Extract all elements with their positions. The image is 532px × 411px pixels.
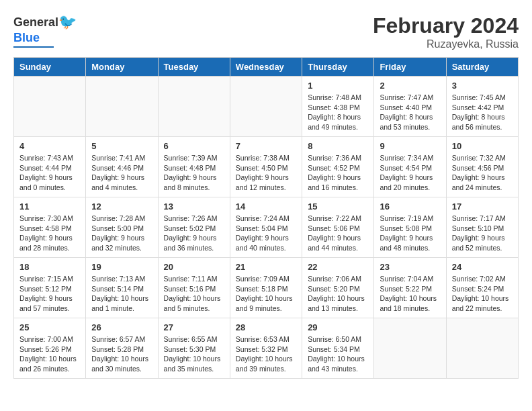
calendar-cell: 1Sunrise: 7:48 AM Sunset: 4:38 PM Daylig… xyxy=(302,77,374,137)
day-number: 22 xyxy=(308,262,368,272)
calendar-cell: 27Sunrise: 6:55 AM Sunset: 5:30 PM Dayli… xyxy=(158,318,230,379)
day-number: 21 xyxy=(236,262,296,272)
day-info: Sunrise: 7:09 AM Sunset: 5:18 PM Dayligh… xyxy=(236,274,296,314)
calendar-cell: 9Sunrise: 7:34 AM Sunset: 4:54 PM Daylig… xyxy=(374,137,446,197)
calendar-cell: 16Sunrise: 7:19 AM Sunset: 5:08 PM Dayli… xyxy=(374,197,446,258)
day-number: 4 xyxy=(19,141,80,151)
day-info: Sunrise: 7:36 AM Sunset: 4:52 PM Dayligh… xyxy=(308,153,368,193)
col-header-wednesday: Wednesday xyxy=(230,58,302,77)
day-info: Sunrise: 7:02 AM Sunset: 5:24 PM Dayligh… xyxy=(452,274,513,314)
day-number: 5 xyxy=(91,141,152,151)
day-info: Sunrise: 7:28 AM Sunset: 5:00 PM Dayligh… xyxy=(91,214,152,253)
day-info: Sunrise: 6:55 AM Sunset: 5:30 PM Dayligh… xyxy=(164,334,224,374)
col-header-sunday: Sunday xyxy=(14,58,86,77)
calendar-cell xyxy=(446,318,518,379)
calendar-cell: 3Sunrise: 7:45 AM Sunset: 4:42 PM Daylig… xyxy=(446,77,518,137)
calendar-cell: 24Sunrise: 7:02 AM Sunset: 5:24 PM Dayli… xyxy=(446,258,518,318)
day-number: 26 xyxy=(91,322,152,332)
logo-text-blue: Blue xyxy=(13,31,40,45)
calendar-cell xyxy=(14,77,86,137)
day-info: Sunrise: 7:00 AM Sunset: 5:26 PM Dayligh… xyxy=(19,334,80,374)
calendar-week-row: 18Sunrise: 7:15 AM Sunset: 5:12 PM Dayli… xyxy=(14,258,519,318)
day-number: 27 xyxy=(164,322,224,332)
day-number: 8 xyxy=(308,141,368,151)
calendar-cell: 26Sunrise: 6:57 AM Sunset: 5:28 PM Dayli… xyxy=(86,318,158,379)
calendar-week-row: 1Sunrise: 7:48 AM Sunset: 4:38 PM Daylig… xyxy=(14,77,519,137)
calendar-cell: 17Sunrise: 7:17 AM Sunset: 5:10 PM Dayli… xyxy=(446,197,518,258)
day-info: Sunrise: 7:22 AM Sunset: 5:06 PM Dayligh… xyxy=(308,214,368,253)
day-number: 17 xyxy=(452,201,513,212)
day-info: Sunrise: 7:19 AM Sunset: 5:08 PM Dayligh… xyxy=(380,214,440,253)
calendar-cell: 25Sunrise: 7:00 AM Sunset: 5:26 PM Dayli… xyxy=(14,318,86,379)
day-info: Sunrise: 7:17 AM Sunset: 5:10 PM Dayligh… xyxy=(452,214,513,253)
day-number: 25 xyxy=(19,322,80,332)
logo-text-general: General xyxy=(13,15,58,30)
logo-divider xyxy=(13,46,54,48)
day-number: 2 xyxy=(380,81,440,91)
calendar-cell: 21Sunrise: 7:09 AM Sunset: 5:18 PM Dayli… xyxy=(230,258,302,318)
calendar-cell xyxy=(230,77,302,137)
calendar-cell: 28Sunrise: 6:53 AM Sunset: 5:32 PM Dayli… xyxy=(230,318,302,379)
calendar-cell: 10Sunrise: 7:32 AM Sunset: 4:56 PM Dayli… xyxy=(446,137,518,197)
day-info: Sunrise: 7:13 AM Sunset: 5:14 PM Dayligh… xyxy=(91,274,152,314)
logo: General 🐦 Blue xyxy=(13,13,77,48)
day-info: Sunrise: 7:39 AM Sunset: 4:48 PM Dayligh… xyxy=(164,153,224,193)
calendar-title: February 2024 xyxy=(373,13,519,38)
day-info: Sunrise: 7:06 AM Sunset: 5:20 PM Dayligh… xyxy=(308,274,368,314)
day-info: Sunrise: 6:53 AM Sunset: 5:32 PM Dayligh… xyxy=(236,334,296,374)
day-number: 6 xyxy=(164,141,224,151)
day-number: 29 xyxy=(308,322,368,332)
calendar-cell: 22Sunrise: 7:06 AM Sunset: 5:20 PM Dayli… xyxy=(302,258,374,318)
calendar-cell: 5Sunrise: 7:41 AM Sunset: 4:46 PM Daylig… xyxy=(86,137,158,197)
calendar-cell xyxy=(158,77,230,137)
day-info: Sunrise: 7:45 AM Sunset: 4:42 PM Dayligh… xyxy=(452,93,513,132)
day-info: Sunrise: 7:38 AM Sunset: 4:50 PM Dayligh… xyxy=(236,153,296,193)
calendar-cell: 15Sunrise: 7:22 AM Sunset: 5:06 PM Dayli… xyxy=(302,197,374,258)
calendar-cell xyxy=(86,77,158,137)
day-info: Sunrise: 7:32 AM Sunset: 4:56 PM Dayligh… xyxy=(452,153,513,193)
day-info: Sunrise: 7:15 AM Sunset: 5:12 PM Dayligh… xyxy=(19,274,80,314)
day-info: Sunrise: 7:30 AM Sunset: 4:58 PM Dayligh… xyxy=(19,214,80,253)
day-info: Sunrise: 7:26 AM Sunset: 5:02 PM Dayligh… xyxy=(164,214,224,253)
day-info: Sunrise: 6:57 AM Sunset: 5:28 PM Dayligh… xyxy=(91,334,152,374)
logo-bird-icon: 🐦 xyxy=(58,13,77,31)
day-number: 20 xyxy=(164,262,224,272)
col-header-tuesday: Tuesday xyxy=(158,58,230,77)
calendar-cell: 12Sunrise: 7:28 AM Sunset: 5:00 PM Dayli… xyxy=(86,197,158,258)
calendar-week-row: 4Sunrise: 7:43 AM Sunset: 4:44 PM Daylig… xyxy=(14,137,519,197)
calendar-cell: 4Sunrise: 7:43 AM Sunset: 4:44 PM Daylig… xyxy=(14,137,86,197)
day-info: Sunrise: 7:04 AM Sunset: 5:22 PM Dayligh… xyxy=(380,274,440,314)
day-number: 3 xyxy=(452,81,513,91)
day-number: 9 xyxy=(380,141,440,151)
day-number: 12 xyxy=(91,201,152,212)
calendar-cell: 29Sunrise: 6:50 AM Sunset: 5:34 PM Dayli… xyxy=(302,318,374,379)
calendar-cell: 23Sunrise: 7:04 AM Sunset: 5:22 PM Dayli… xyxy=(374,258,446,318)
calendar-cell: 19Sunrise: 7:13 AM Sunset: 5:14 PM Dayli… xyxy=(86,258,158,318)
day-number: 11 xyxy=(19,201,80,212)
day-info: Sunrise: 7:24 AM Sunset: 5:04 PM Dayligh… xyxy=(236,214,296,253)
calendar-cell: 7Sunrise: 7:38 AM Sunset: 4:50 PM Daylig… xyxy=(230,137,302,197)
day-info: Sunrise: 6:50 AM Sunset: 5:34 PM Dayligh… xyxy=(308,334,368,374)
calendar-location: Ruzayevka, Russia xyxy=(373,38,519,50)
calendar-cell xyxy=(374,318,446,379)
day-info: Sunrise: 7:48 AM Sunset: 4:38 PM Dayligh… xyxy=(308,93,368,132)
calendar-cell: 2Sunrise: 7:47 AM Sunset: 4:40 PM Daylig… xyxy=(374,77,446,137)
day-number: 28 xyxy=(236,322,296,332)
calendar-cell: 20Sunrise: 7:11 AM Sunset: 5:16 PM Dayli… xyxy=(158,258,230,318)
day-info: Sunrise: 7:47 AM Sunset: 4:40 PM Dayligh… xyxy=(380,93,440,132)
day-info: Sunrise: 7:41 AM Sunset: 4:46 PM Dayligh… xyxy=(91,153,152,193)
calendar-cell: 14Sunrise: 7:24 AM Sunset: 5:04 PM Dayli… xyxy=(230,197,302,258)
calendar-week-row: 25Sunrise: 7:00 AM Sunset: 5:26 PM Dayli… xyxy=(14,318,519,379)
calendar-cell: 11Sunrise: 7:30 AM Sunset: 4:58 PM Dayli… xyxy=(14,197,86,258)
day-number: 24 xyxy=(452,262,513,272)
col-header-friday: Friday xyxy=(374,58,446,77)
day-number: 23 xyxy=(380,262,440,272)
calendar-cell: 6Sunrise: 7:39 AM Sunset: 4:48 PM Daylig… xyxy=(158,137,230,197)
col-header-monday: Monday xyxy=(86,58,158,77)
calendar-table: SundayMondayTuesdayWednesdayThursdayFrid… xyxy=(13,57,519,379)
day-number: 16 xyxy=(380,201,440,212)
day-info: Sunrise: 7:11 AM Sunset: 5:16 PM Dayligh… xyxy=(164,274,224,314)
col-header-saturday: Saturday xyxy=(446,58,518,77)
title-area: February 2024 Ruzayevka, Russia xyxy=(373,13,519,50)
day-number: 13 xyxy=(164,201,224,212)
